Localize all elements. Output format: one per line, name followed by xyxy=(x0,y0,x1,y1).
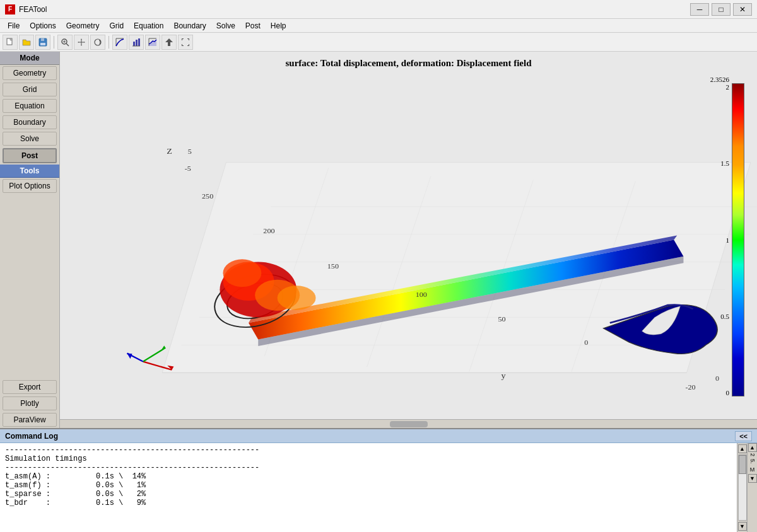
menu-file[interactable]: File xyxy=(3,19,25,33)
menu-solve[interactable]: Solve xyxy=(211,19,240,33)
menu-boundary[interactable]: Boundary xyxy=(168,19,211,33)
sidebar-plot-options[interactable]: Plot Options xyxy=(3,179,57,193)
log-right-2: 2 xyxy=(749,452,756,458)
toolbar-save[interactable] xyxy=(35,35,50,50)
svg-text:100: 100 xyxy=(416,291,428,298)
menu-post[interactable]: Post xyxy=(240,19,266,33)
colorbar-label-1: 1 xyxy=(726,236,730,244)
toolbar-rotate[interactable] xyxy=(90,35,105,50)
menu-equation[interactable]: Equation xyxy=(129,19,168,33)
minimize-button[interactable]: ─ xyxy=(690,3,709,16)
log-right-scroll: ▲ 2 5. M ▼ xyxy=(747,443,757,532)
sidebar-equation[interactable]: Equation xyxy=(3,99,57,113)
log-right-up[interactable]: ▲ xyxy=(748,443,757,452)
svg-text:250: 250 xyxy=(202,192,214,199)
toolbar-new[interactable] xyxy=(3,35,18,50)
colorbar-label-1-5: 1.5 xyxy=(720,159,729,167)
svg-text:-20: -20 xyxy=(685,383,696,390)
log-right-5: 5. xyxy=(749,458,756,465)
svg-text:Z: Z xyxy=(167,147,172,156)
svg-text:150: 150 xyxy=(327,263,339,270)
sidebar-paraview[interactable]: ParaView xyxy=(3,413,57,427)
colorbar-label-0-5: 0.5 xyxy=(720,313,729,320)
menubar: File Options Geometry Grid Equation Boun… xyxy=(0,19,757,33)
menu-options[interactable]: Options xyxy=(25,19,61,33)
app-title: FEATool xyxy=(19,5,47,14)
svg-rect-9 xyxy=(133,42,135,46)
svg-point-29 xyxy=(223,259,262,287)
svg-text:0: 0 xyxy=(715,375,719,382)
svg-text:0: 0 xyxy=(584,339,588,346)
command-log-body: ----------------------------------------… xyxy=(0,443,757,532)
toolbar xyxy=(0,33,757,52)
command-log-title: Command Log xyxy=(5,432,58,441)
svg-rect-3 xyxy=(41,38,44,41)
titlebar-controls[interactable]: ─ □ ✕ xyxy=(690,3,752,16)
hscroll-thumb[interactable] xyxy=(390,421,428,427)
toolbar-fullscreen[interactable] xyxy=(178,35,193,50)
vscroll-up[interactable]: ▲ xyxy=(738,444,747,453)
vscroll-down[interactable]: ▼ xyxy=(738,522,747,531)
tools-header: Tools xyxy=(0,165,59,178)
visualization-svg: Z 5 -5 250 200 150 100 50 0 y -20 0 20 xyxy=(60,52,757,428)
sidebar: Mode Geometry Grid Equation Boundary Sol… xyxy=(0,52,60,428)
main-layout: Mode Geometry Grid Equation Boundary Sol… xyxy=(0,52,757,532)
toolbar-zoom[interactable] xyxy=(57,35,73,50)
svg-point-31 xyxy=(278,286,316,310)
toolbar-plot3[interactable] xyxy=(145,35,160,50)
canvas-area: surface: Total displacement, deformation… xyxy=(60,52,757,428)
toolbar-pan[interactable] xyxy=(74,35,89,50)
svg-text:-5: -5 xyxy=(185,165,191,171)
command-log-text: ----------------------------------------… xyxy=(0,443,737,532)
plot-title: surface: Total displacement, deformation… xyxy=(60,58,757,69)
svg-rect-10 xyxy=(136,40,138,46)
menu-help[interactable]: Help xyxy=(266,19,291,33)
toolbar-sep-2 xyxy=(109,36,109,49)
svg-text:5: 5 xyxy=(188,148,192,155)
svg-line-5 xyxy=(66,43,69,46)
log-right-down[interactable]: ▼ xyxy=(748,474,757,483)
sidebar-plotly[interactable]: Plotly xyxy=(3,396,57,410)
toolbar-plot2[interactable] xyxy=(129,35,144,50)
menu-geometry[interactable]: Geometry xyxy=(61,19,105,33)
toolbar-plot1[interactable] xyxy=(112,35,127,50)
close-button[interactable]: ✕ xyxy=(733,3,752,16)
command-log-area: Command Log << -------------------------… xyxy=(0,428,757,532)
sidebar-solve[interactable]: Solve xyxy=(3,132,57,146)
menu-grid[interactable]: Grid xyxy=(104,19,129,33)
sidebar-grid[interactable]: Grid xyxy=(3,83,57,96)
titlebar-left: F FEATool xyxy=(5,4,47,14)
app-icon: F xyxy=(5,4,15,14)
sidebar-boundary[interactable]: Boundary xyxy=(3,115,57,129)
vscroll-thumb[interactable] xyxy=(739,455,746,474)
command-log-header: Command Log << xyxy=(0,429,757,443)
vscroll-track[interactable] xyxy=(738,454,747,521)
log-right-m: M xyxy=(750,465,755,474)
colorbar-label-2: 2 xyxy=(726,83,730,91)
toolbar-arrow[interactable] xyxy=(161,35,177,50)
command-log-collapse-button[interactable]: << xyxy=(735,431,752,441)
svg-rect-2 xyxy=(40,43,45,45)
colorbar-label-0: 0 xyxy=(726,389,730,396)
titlebar: F FEATool ─ □ ✕ xyxy=(0,0,757,19)
maximize-button[interactable]: □ xyxy=(712,3,731,16)
svg-rect-11 xyxy=(138,38,140,46)
work-area: Mode Geometry Grid Equation Boundary Sol… xyxy=(0,52,757,428)
mode-header: Mode xyxy=(0,52,59,65)
sidebar-post[interactable]: Post xyxy=(3,148,57,163)
canvas-hscroll[interactable] xyxy=(60,419,757,428)
sidebar-export[interactable]: Export xyxy=(3,380,57,394)
svg-text:50: 50 xyxy=(498,316,505,323)
toolbar-open[interactable] xyxy=(19,35,34,50)
colorbar-labels: 2 1.5 1 0.5 0 xyxy=(720,83,729,396)
svg-text:y: y xyxy=(501,371,505,380)
command-log-vscroll[interactable]: ▲ ▼ xyxy=(737,443,747,532)
colorbar-max-label: 2.3526 xyxy=(710,76,729,83)
colorbar xyxy=(732,83,744,396)
sidebar-geometry[interactable]: Geometry xyxy=(3,66,57,80)
svg-text:200: 200 xyxy=(263,228,275,234)
toolbar-sep-1 xyxy=(54,36,54,49)
